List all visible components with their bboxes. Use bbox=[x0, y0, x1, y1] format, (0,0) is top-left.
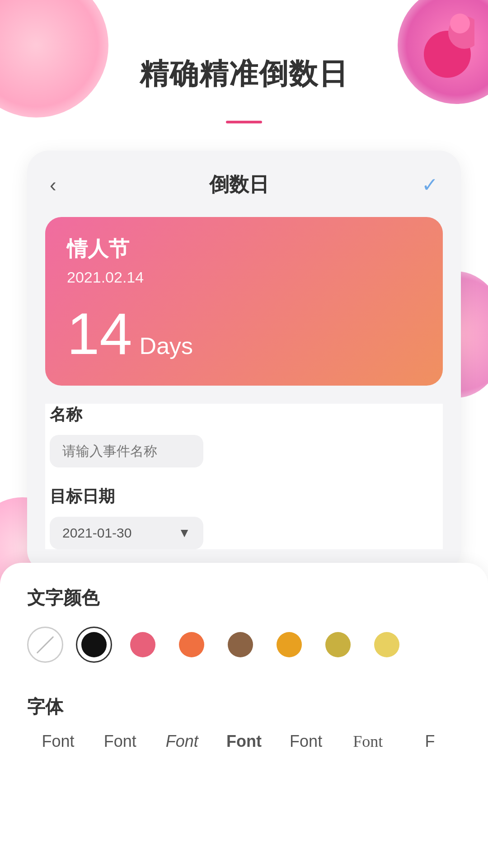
color-swatch-none[interactable] bbox=[27, 627, 63, 663]
font-label-3: Font bbox=[166, 732, 198, 750]
font-label-2: Font bbox=[104, 732, 136, 750]
font-item-4[interactable]: Font bbox=[213, 732, 275, 751]
swatch-inner-pink bbox=[130, 632, 155, 657]
page-title: 精确精准倒数日 bbox=[0, 54, 488, 94]
swatch-inner-yellow bbox=[374, 632, 399, 657]
countdown-widget: 情人节 2021.02.14 14 Days bbox=[45, 217, 443, 386]
card-title: 倒数日 bbox=[209, 171, 269, 198]
form-section: 名称 目标日期 2021-01-30 ▼ bbox=[45, 404, 443, 549]
color-swatch-olive[interactable] bbox=[320, 627, 356, 663]
bottom-panel: 文字颜色 bbox=[0, 563, 488, 681]
font-label-7: F bbox=[425, 732, 435, 750]
swatch-inner-orange bbox=[179, 632, 204, 657]
font-item-1[interactable]: Font bbox=[27, 732, 89, 751]
swatch-inner-brown bbox=[228, 632, 253, 657]
font-item-6[interactable]: Font bbox=[337, 732, 399, 751]
color-swatch-brown[interactable] bbox=[222, 627, 258, 663]
page-title-area: 精确精准倒数日 bbox=[0, 0, 488, 121]
color-swatch-black[interactable] bbox=[76, 627, 112, 663]
font-section-title: 字体 bbox=[27, 694, 461, 719]
event-date: 2021.02.14 bbox=[67, 269, 421, 286]
name-input[interactable] bbox=[50, 435, 203, 467]
name-label: 名称 bbox=[50, 404, 438, 426]
swatch-inner-olive bbox=[325, 632, 351, 657]
countdown-number: 14 bbox=[67, 304, 132, 363]
color-swatch-yellow[interactable] bbox=[369, 627, 405, 663]
card-header: ‹ 倒数日 ✓ bbox=[45, 169, 443, 201]
font-label-4: Font bbox=[226, 732, 262, 750]
font-label-5: Font bbox=[290, 732, 322, 750]
dropdown-arrow-icon: ▼ bbox=[178, 526, 191, 540]
date-label: 目标日期 bbox=[50, 486, 438, 508]
divider-bar bbox=[226, 121, 262, 123]
countdown-unit: Days bbox=[140, 332, 193, 359]
font-item-5[interactable]: Font bbox=[275, 732, 337, 751]
font-options: Font Font Font Font Font Font F bbox=[27, 732, 461, 751]
countdown-number-row: 14 Days bbox=[67, 304, 421, 363]
color-swatches bbox=[27, 627, 461, 663]
confirm-button[interactable]: ✓ bbox=[417, 169, 443, 201]
date-select[interactable]: 2021-01-30 ▼ bbox=[50, 517, 203, 549]
color-swatch-pink[interactable] bbox=[125, 627, 161, 663]
date-value: 2021-01-30 bbox=[62, 525, 178, 541]
font-item-3[interactable]: Font bbox=[151, 732, 213, 751]
font-item-2[interactable]: Font bbox=[89, 732, 151, 751]
font-section: 字体 Font Font Font Font Font Font F bbox=[0, 681, 488, 769]
swatch-inner-gold bbox=[277, 632, 302, 657]
font-item-7[interactable]: F bbox=[399, 732, 461, 751]
font-label-1: Font bbox=[42, 732, 75, 750]
font-label-6: Font bbox=[353, 732, 383, 750]
color-swatch-gold[interactable] bbox=[271, 627, 307, 663]
color-section-title: 文字颜色 bbox=[27, 585, 461, 610]
divider bbox=[0, 121, 488, 123]
main-card: ‹ 倒数日 ✓ 情人节 2021.02.14 14 Days 名称 目标日期 2… bbox=[27, 151, 461, 572]
color-swatch-orange[interactable] bbox=[174, 627, 210, 663]
event-name: 情人节 bbox=[67, 235, 421, 263]
back-button[interactable]: ‹ bbox=[45, 169, 61, 201]
swatch-inner-black bbox=[81, 632, 107, 657]
